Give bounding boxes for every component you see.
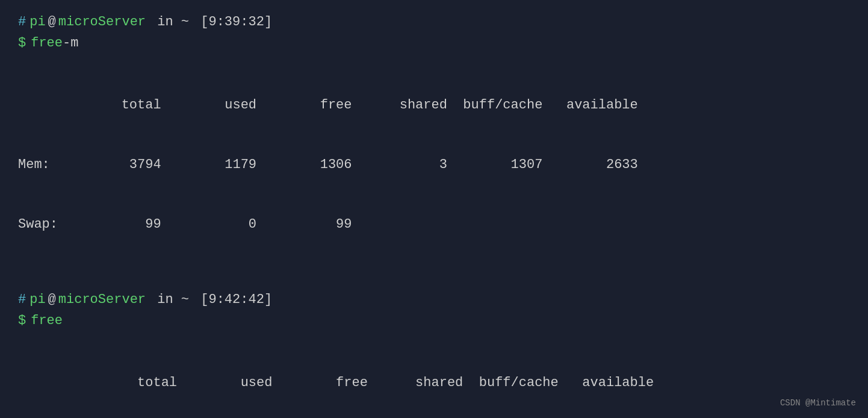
- terminal-block-2: # pi @ microServer in ~ [9:42:42] $ free…: [18, 290, 850, 418]
- at-sign-1: @: [48, 12, 56, 32]
- cmd-args-1: -m: [63, 33, 78, 53]
- watermark: CSDN @Mintimate: [780, 397, 856, 410]
- output-line-1-0: total used free shared buff/cache availa…: [18, 95, 850, 115]
- in-tilde-1: in ~: [149, 12, 197, 32]
- timestamp-1: [9:39:32]: [200, 12, 272, 32]
- username-2: pi: [29, 290, 45, 310]
- command-line-1: $ free -m: [18, 33, 850, 53]
- timestamp-2: [9:42:42]: [200, 290, 272, 310]
- prompt-line-1: # pi @ microServer in ~ [9:39:32]: [18, 12, 850, 32]
- hash-symbol-2: #: [18, 290, 26, 310]
- output-line-1-1: Mem: 3794 1179 1306 3 1307 2633: [18, 155, 850, 175]
- terminal-window: # pi @ microServer in ~ [9:39:32] $ free…: [18, 12, 850, 418]
- output-2: total used free shared buff/cache availa…: [18, 333, 850, 418]
- dollar-sign-2: $: [18, 311, 26, 331]
- output-line-2-0: total used free shared buff/cache availa…: [18, 373, 850, 393]
- in-tilde-2: in ~: [149, 290, 197, 310]
- hostname-2: microServer: [58, 290, 146, 310]
- spacer-1: [18, 276, 850, 290]
- terminal-block-1: # pi @ microServer in ~ [9:39:32] $ free…: [18, 12, 850, 274]
- cmd-free-2: free: [31, 311, 63, 331]
- command-line-2: $ free: [18, 311, 850, 331]
- output-line-1-2: Swap: 99 0 99: [18, 214, 850, 234]
- hash-symbol-1: #: [18, 12, 26, 32]
- username-1: pi: [29, 12, 45, 32]
- cmd-free-1: free: [31, 33, 63, 53]
- output-1: total used free shared buff/cache availa…: [18, 55, 850, 274]
- at-sign-2: @: [48, 290, 56, 310]
- prompt-line-2: # pi @ microServer in ~ [9:42:42]: [18, 290, 850, 310]
- dollar-sign-1: $: [18, 33, 26, 53]
- hostname-1: microServer: [58, 12, 146, 32]
